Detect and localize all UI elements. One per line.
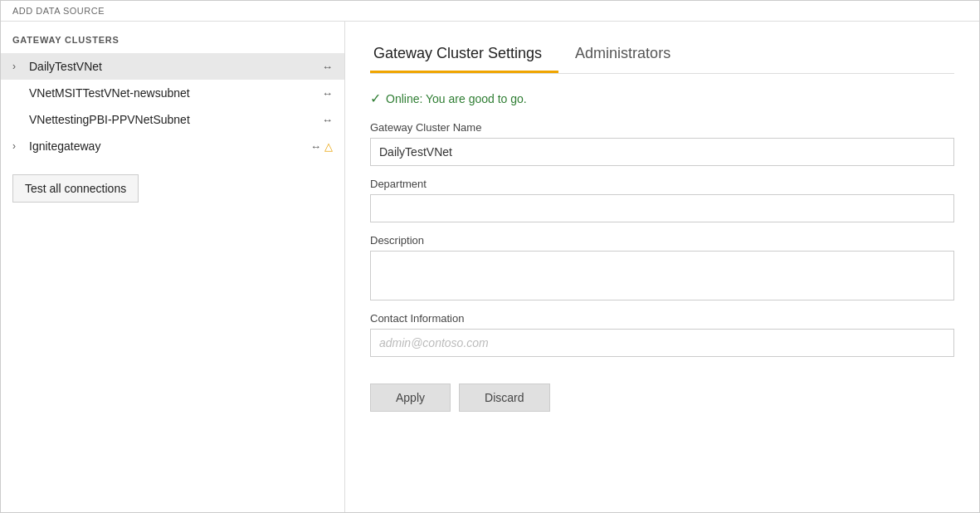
description-input[interactable]: [370, 251, 954, 300]
tabs-bar: Gateway Cluster Settings Administrators: [370, 38, 954, 74]
test-all-connections-button[interactable]: Test all connections: [12, 174, 139, 203]
cluster-list: ›DailyTestVNet↔›VNetMSITTestVNet-newsubn…: [1, 53, 344, 159]
tab-gateway-cluster-settings[interactable]: Gateway Cluster Settings: [370, 38, 558, 73]
gateway-cluster-name-input[interactable]: [370, 138, 954, 166]
form-buttons: Apply Discard: [370, 384, 954, 412]
cluster-label: VNetMSITTestVNet-newsubnet: [29, 86, 317, 100]
sidebar-item-vnet-msit[interactable]: ›VNetMSITTestVNet-newsubnet↔: [1, 80, 344, 106]
department-input[interactable]: [370, 194, 954, 222]
contact-info-input[interactable]: [370, 329, 954, 357]
discard-button[interactable]: Discard: [459, 384, 549, 412]
network-icon: ↔: [310, 140, 321, 153]
warning-icon: △: [324, 140, 333, 153]
gateway-clusters-title: GATEWAY CLUSTERS: [1, 35, 344, 53]
contact-info-section: Contact Information: [370, 312, 954, 357]
chevron-icon: ›: [12, 140, 26, 152]
top-bar: ADD DATA SOURCE: [1, 1, 979, 22]
network-icon: ↔: [322, 87, 333, 100]
network-icon: ↔: [322, 114, 333, 126]
network-icon: ↔: [322, 61, 333, 73]
status-check-icon: ✓: [370, 90, 381, 106]
department-section: Department: [370, 178, 954, 222]
sidebar-item-daily-test-vnet[interactable]: ›DailyTestVNet↔: [1, 53, 344, 80]
apply-button[interactable]: Apply: [370, 384, 451, 412]
sidebar-item-vnet-testing[interactable]: ›VNettestingPBI-PPVNetSubnet↔: [1, 106, 344, 133]
chevron-icon: ›: [12, 61, 26, 72]
tab-administrators[interactable]: Administrators: [572, 38, 687, 73]
cluster-label: VNettestingPBI-PPVNetSubnet: [29, 113, 317, 126]
department-label: Department: [370, 178, 954, 190]
cluster-label: DailyTestVNet: [29, 60, 317, 73]
status-text: Online: You are good to go.: [386, 92, 527, 105]
top-bar-label: ADD DATA SOURCE: [12, 6, 105, 16]
status-line: ✓ Online: You are good to go.: [370, 90, 954, 106]
gateway-cluster-name-section: Gateway Cluster Name: [370, 121, 954, 166]
gateway-cluster-name-label: Gateway Cluster Name: [370, 121, 954, 134]
description-section: Description: [370, 234, 954, 300]
sidebar: GATEWAY CLUSTERS ›DailyTestVNet↔›VNetMSI…: [1, 22, 345, 512]
right-panel: Gateway Cluster Settings Administrators …: [345, 22, 979, 512]
description-label: Description: [370, 234, 954, 247]
cluster-label: Ignitegateway: [29, 139, 305, 153]
contact-info-label: Contact Information: [370, 312, 954, 325]
sidebar-item-ignite-gateway[interactable]: ›Ignitegateway↔△: [1, 133, 344, 159]
